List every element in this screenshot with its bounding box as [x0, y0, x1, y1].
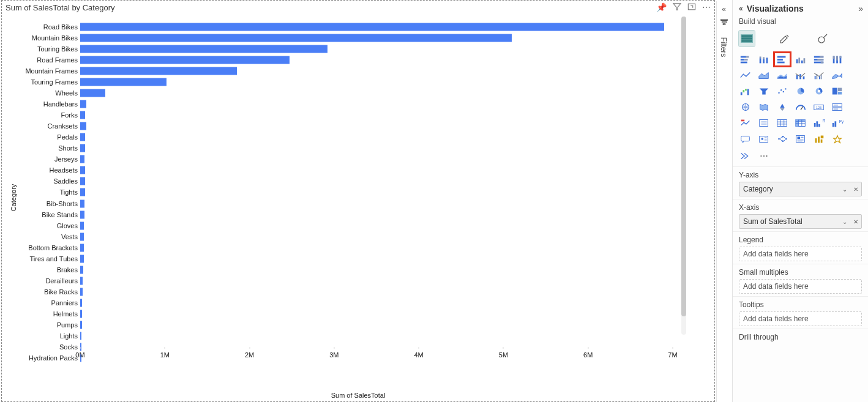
- bar-row[interactable]: Derailleurs: [80, 275, 673, 286]
- tooltips-well[interactable]: Add data fields here: [739, 311, 862, 326]
- viz-funnel[interactable]: [756, 84, 772, 98]
- viz-ribbon[interactable]: [829, 69, 845, 82]
- visual-container[interactable]: Sum of SalesTotal by Category 📌 ⋯ Catego…: [1, 0, 715, 402]
- bar-row[interactable]: Panniers: [80, 297, 673, 308]
- bar-rect[interactable]: [80, 111, 85, 119]
- bar-rect[interactable]: [80, 45, 327, 53]
- y-axis-field-menu[interactable]: ⌄: [839, 182, 850, 196]
- bar-row[interactable]: Shorts: [80, 143, 673, 154]
- bar-row[interactable]: Saddles: [80, 176, 673, 187]
- collapse-icon[interactable]: «: [722, 5, 726, 13]
- bar-rect[interactable]: [80, 233, 84, 240]
- viz-pie[interactable]: [793, 84, 809, 98]
- bar-rect[interactable]: [80, 299, 82, 307]
- bar-row[interactable]: Tires and Tubes: [80, 253, 673, 264]
- bar-rect[interactable]: [80, 56, 290, 64]
- viz-line-stacked-column[interactable]: [793, 69, 809, 82]
- bar-row[interactable]: Bottom Brackets: [80, 242, 673, 253]
- bar-rect[interactable]: [80, 166, 85, 174]
- bar-row[interactable]: Forks: [80, 110, 673, 121]
- filters-pane-collapsed[interactable]: « Filters: [716, 1, 731, 402]
- viz-kpi[interactable]: [738, 116, 754, 130]
- bar-row[interactable]: Mountain Frames: [80, 65, 673, 76]
- viz-stacked-column[interactable]: [756, 53, 772, 66]
- bar-rect[interactable]: [80, 122, 86, 130]
- bar-row[interactable]: Handlebars: [80, 99, 673, 110]
- viz-area[interactable]: [756, 69, 772, 82]
- viz-donut[interactable]: [811, 84, 827, 98]
- bar-rect[interactable]: [80, 177, 85, 185]
- viz-clustered-bar[interactable]: [774, 53, 790, 66]
- viz-azure-map[interactable]: [774, 100, 790, 114]
- bar-rect[interactable]: [80, 100, 86, 108]
- viz-decomposition[interactable]: [774, 132, 790, 146]
- tab-build-visual[interactable]: [739, 31, 755, 47]
- viz-paginated[interactable]: [811, 132, 827, 146]
- bar-rect[interactable]: [80, 144, 85, 152]
- pin-icon[interactable]: 📌: [656, 2, 667, 13]
- bar-rect[interactable]: [80, 188, 85, 196]
- viz-map[interactable]: [738, 100, 754, 114]
- viz-card[interactable]: 123: [811, 100, 827, 114]
- bar-row[interactable]: Road Bikes: [80, 21, 673, 32]
- bar-rect[interactable]: [80, 266, 83, 274]
- y-axis-field-remove[interactable]: ✕: [850, 182, 861, 196]
- bar-rect[interactable]: [80, 67, 237, 75]
- viz-gauge[interactable]: [793, 100, 809, 114]
- viz-filled-map[interactable]: [756, 100, 772, 114]
- bar-row[interactable]: Helmets: [80, 308, 673, 319]
- bar-rect[interactable]: [80, 210, 84, 218]
- bar-rect[interactable]: [80, 78, 166, 86]
- viz-stacked-bar[interactable]: [738, 53, 754, 66]
- viz-treemap[interactable]: [829, 84, 845, 98]
- x-axis-field-remove[interactable]: ✕: [850, 215, 861, 228]
- expand-pane-icon[interactable]: »: [858, 4, 863, 13]
- bar-row[interactable]: Bike Racks: [80, 286, 673, 297]
- tab-format-visual[interactable]: [777, 31, 793, 47]
- viz-power-automate[interactable]: [738, 149, 754, 163]
- bar-row[interactable]: Tights: [80, 187, 673, 198]
- bar-rect[interactable]: [80, 321, 82, 329]
- bar-row[interactable]: Pedals: [80, 132, 673, 143]
- viz-slicer[interactable]: [756, 116, 772, 130]
- bar-rect[interactable]: [80, 199, 84, 207]
- viz-line[interactable]: [738, 69, 754, 82]
- x-axis-field[interactable]: Sum of SalesTotal ⌄ ✕: [739, 214, 862, 229]
- viz-smart-narrative[interactable]: [793, 132, 809, 146]
- viz-clustered-column[interactable]: [793, 53, 809, 66]
- viz-py-visual[interactable]: Py: [829, 116, 845, 130]
- bar-row[interactable]: Lights: [80, 330, 673, 341]
- filter-icon[interactable]: [673, 2, 681, 13]
- bar-rect[interactable]: [80, 255, 84, 262]
- more-options-icon[interactable]: ⋯: [702, 2, 711, 13]
- bar-rect[interactable]: [80, 221, 84, 229]
- viz-get-more[interactable]: [829, 132, 845, 146]
- viz-more-options[interactable]: ⋯: [756, 149, 772, 163]
- viz-100-stacked-bar[interactable]: [811, 53, 827, 66]
- bar-rect[interactable]: [80, 288, 83, 296]
- viz-waterfall[interactable]: [738, 84, 754, 98]
- viz-stacked-area[interactable]: [774, 69, 790, 82]
- tab-analytics[interactable]: [815, 31, 831, 47]
- bar-row[interactable]: Mountain Bikes: [80, 32, 673, 43]
- viz-key-influencers[interactable]: [756, 132, 772, 146]
- chevron-left-icon[interactable]: «: [739, 4, 743, 13]
- viz-100-stacked-column[interactable]: [829, 53, 845, 66]
- bar-row[interactable]: Wheels: [80, 87, 673, 99]
- bar-row[interactable]: Cranksets: [80, 121, 673, 132]
- bar-row[interactable]: Jerseys: [80, 154, 673, 165]
- viz-multi-row-card[interactable]: [829, 100, 845, 114]
- bar-row[interactable]: Brakes: [80, 264, 673, 275]
- bar-rect[interactable]: [80, 310, 82, 318]
- bar-row[interactable]: Gloves: [80, 220, 673, 231]
- bar-rect[interactable]: [80, 244, 84, 251]
- small-multiples-well[interactable]: Add data fields here: [739, 279, 862, 294]
- viz-matrix[interactable]: [793, 116, 809, 130]
- bar-rect[interactable]: [80, 277, 83, 285]
- bar-row[interactable]: Bike Stands: [80, 209, 673, 220]
- legend-well[interactable]: Add data fields here: [739, 247, 862, 261]
- bar-rect[interactable]: [80, 23, 664, 31]
- bar-rect[interactable]: [80, 332, 81, 340]
- bar-row[interactable]: Touring Frames: [80, 76, 673, 87]
- viz-table[interactable]: [774, 116, 790, 130]
